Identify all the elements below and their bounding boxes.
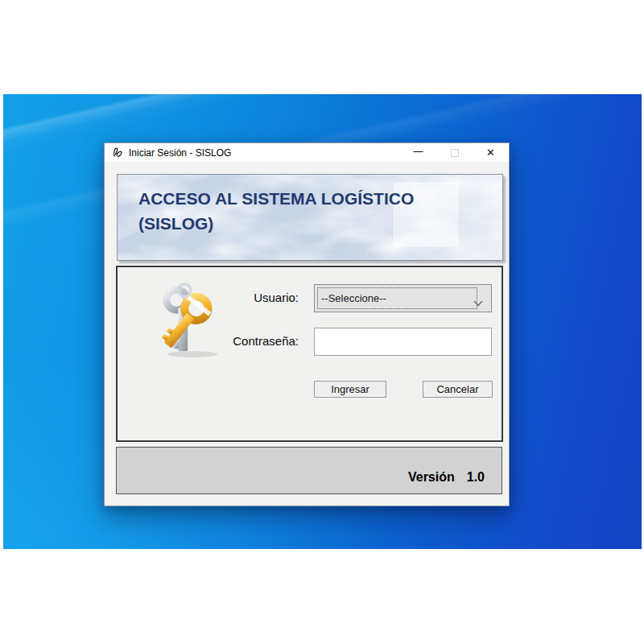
header-banner: ACCESO AL SISTEMA LOGÍSTICO (SISLOG) xyxy=(117,174,503,261)
keys-icon xyxy=(157,280,226,357)
password-label: Contraseña: xyxy=(233,334,299,348)
login-window: Iniciar Sesión - SISLOG — ✕ xyxy=(104,142,510,506)
window-controls: — ✕ xyxy=(400,143,509,162)
window-title: Iniciar Sesión - SISLOG xyxy=(129,147,231,159)
version-label: Versión xyxy=(408,470,455,485)
maximize-button[interactable] xyxy=(436,143,473,162)
username-label: Usuario: xyxy=(254,291,299,304)
cancelar-button-label: Cancelar xyxy=(436,383,478,395)
usuario-select[interactable]: --Seleccione-- xyxy=(314,284,492,312)
close-button[interactable]: ✕ xyxy=(473,143,509,162)
app-title-line2: (SISLOG) xyxy=(138,211,414,236)
usuario-selected-value: --Seleccione-- xyxy=(321,292,386,304)
maximize-icon xyxy=(451,149,459,157)
close-icon: ✕ xyxy=(486,147,495,159)
chevron-down-icon xyxy=(473,295,483,302)
minimize-button[interactable]: — xyxy=(400,143,436,162)
ingresar-button-label: Ingresar xyxy=(331,383,369,395)
window-body: ACCESO AL SISTEMA LOGÍSTICO (SISLOG) xyxy=(105,162,509,506)
screenshot-canvas: Iniciar Sesión - SISLOG — ✕ xyxy=(0,0,644,644)
ingresar-button[interactable]: Ingresar xyxy=(314,381,386,398)
password-input[interactable] xyxy=(315,328,491,355)
cancelar-button[interactable]: Cancelar xyxy=(423,381,493,398)
password-field-border xyxy=(314,328,492,356)
app-signature-icon xyxy=(111,147,124,159)
minimize-icon: — xyxy=(414,146,423,157)
login-form-panel: Usuario: --Seleccione-- Contraseña: In xyxy=(116,266,503,442)
footer-panel: Versión 1.0 xyxy=(116,447,502,494)
version-value: 1.0 xyxy=(467,470,485,485)
app-title-line1: ACCESO AL SISTEMA LOGÍSTICO xyxy=(138,186,414,211)
title-bar[interactable]: Iniciar Sesión - SISLOG — ✕ xyxy=(105,143,509,162)
app-title: ACCESO AL SISTEMA LOGÍSTICO (SISLOG) xyxy=(138,186,414,236)
